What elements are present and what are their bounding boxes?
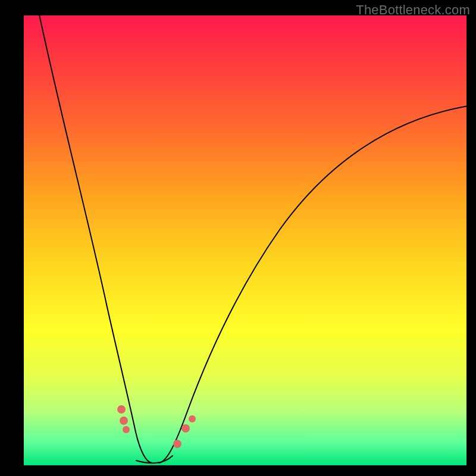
marker-dot [173, 440, 181, 448]
marker-dot [189, 415, 196, 422]
curve-right-branch [158, 105, 476, 463]
marker-dot [123, 426, 130, 433]
watermark-text: TheBottleneck.com [356, 2, 470, 18]
marker-dot [117, 405, 126, 414]
marker-dot [181, 424, 190, 433]
curve-left-branch [37, 4, 152, 463]
chart-frame: TheBottleneck.com [0, 0, 476, 476]
marker-dot [120, 416, 128, 425]
bottleneck-curve [24, 15, 466, 465]
gradient-plot-area [24, 15, 466, 465]
